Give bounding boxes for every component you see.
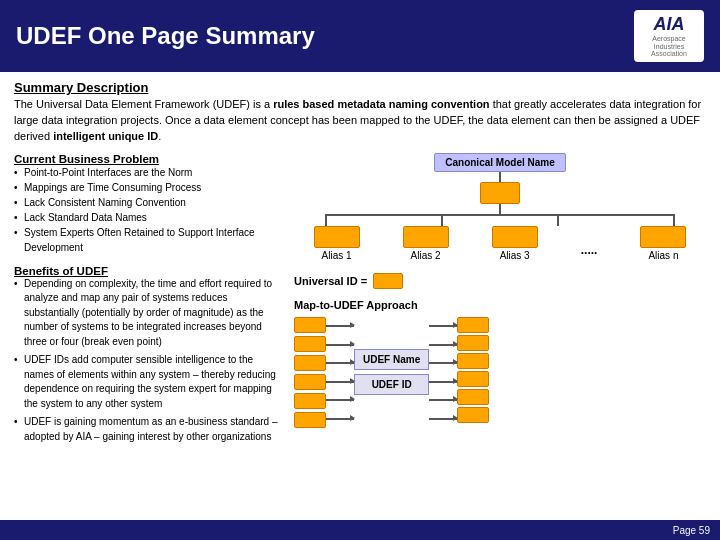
source-box-4 — [294, 374, 326, 390]
canonical-top-box — [480, 182, 520, 204]
alias-item-3: Alias 3 — [492, 226, 538, 261]
left-column: Current Business Problem Point-to-Point … — [14, 153, 284, 512]
summary-paragraph: The Universal Data Element Framework (UD… — [14, 97, 706, 145]
target-box-3 — [457, 353, 489, 369]
source-box-3 — [294, 355, 326, 371]
footer: Page 59 — [0, 520, 720, 540]
target-box-5 — [457, 389, 489, 405]
branch-v3 — [557, 216, 559, 226]
business-problem-list: Point-to-Point Interfaces are the Norm M… — [14, 165, 284, 255]
alias-box-n — [640, 226, 686, 248]
tree-vertical-line2 — [499, 204, 501, 214]
alias-item-1: Alias 1 — [314, 226, 360, 261]
udef-id-box: UDEF ID — [354, 374, 429, 395]
aliases-row: Alias 1 Alias 2 Alias 3 ..... — [294, 226, 706, 261]
list-item: UDEF IDs add computer sensible intellige… — [14, 353, 284, 411]
business-problem-title: Current Business Problem — [14, 153, 284, 165]
right-arrow-5 — [429, 399, 457, 401]
benefits-section: Benefits of UDEF Depending on complexity… — [14, 265, 284, 449]
list-item: UDEF is gaining momentum as an e-busines… — [14, 415, 284, 444]
list-item: Point-to-Point Interfaces are the Norm — [14, 165, 284, 180]
source-box-6 — [294, 412, 326, 428]
alias-box-3 — [492, 226, 538, 248]
right-arrow-3 — [429, 362, 457, 364]
arrow-4 — [326, 381, 354, 383]
target-box-6 — [457, 407, 489, 423]
arrow-lines — [326, 317, 354, 428]
two-col-layout: Current Business Problem Point-to-Point … — [14, 153, 706, 512]
tree-h-bar — [325, 214, 675, 216]
business-problem-section: Current Business Problem Point-to-Point … — [14, 153, 284, 255]
map-to-udef-label: Map-to-UDEF Approach — [294, 299, 706, 311]
logo-area: AIA AerospaceIndustriesAssociation — [634, 10, 704, 62]
source-box-5 — [294, 393, 326, 409]
alias-label-2: Alias 2 — [411, 250, 441, 261]
alias-label-3: Alias 3 — [500, 250, 530, 261]
map-to-udef-section: Map-to-UDEF Approach — [294, 299, 706, 428]
target-box-4 — [457, 371, 489, 387]
alias-box-1 — [314, 226, 360, 248]
branch-v1 — [325, 216, 327, 226]
slide: UDEF One Page Summary AIA AerospaceIndus… — [0, 0, 720, 540]
right-arrow-4 — [429, 381, 457, 383]
right-arrow-6 — [429, 418, 457, 420]
content: Summary Description The Universal Data E… — [0, 72, 720, 520]
udef-name-box: UDEF Name — [354, 349, 429, 370]
list-item: Depending on complexity, the time and ef… — [14, 277, 284, 350]
arrow-5 — [326, 399, 354, 401]
header-title: UDEF One Page Summary — [16, 22, 315, 50]
list-item: Lack Standard Data Names — [14, 210, 284, 225]
source-box-2 — [294, 336, 326, 352]
arrow-3 — [326, 362, 354, 364]
target-boxes — [457, 317, 489, 428]
summary-section: Summary Description The Universal Data E… — [14, 80, 706, 149]
universal-id-row: Universal ID = — [294, 273, 706, 289]
right-arrow-2 — [429, 344, 457, 346]
alias-item-n: Alias n — [640, 226, 686, 261]
list-item: System Experts Often Retained to Support… — [14, 225, 284, 255]
list-item: Lack Consistent Naming Convention — [14, 195, 284, 210]
right-column: Canonical Model Name — [294, 153, 706, 512]
benefits-list: Depending on complexity, the time and ef… — [14, 277, 284, 445]
universal-id-box — [373, 273, 403, 289]
branch-v2 — [441, 216, 443, 226]
summary-title: Summary Description — [14, 80, 706, 95]
universal-id-label: Universal ID = — [294, 275, 367, 287]
logo-sub: AerospaceIndustriesAssociation — [651, 35, 687, 58]
canonical-model-label: Canonical Model Name — [434, 153, 565, 172]
branch-v4 — [673, 216, 675, 226]
alias-label-1: Alias 1 — [322, 250, 352, 261]
list-item: Mappings are Time Consuming Process — [14, 180, 284, 195]
target-box-2 — [457, 335, 489, 351]
logo-text: AIA — [651, 14, 687, 35]
header: UDEF One Page Summary AIA AerospaceIndus… — [0, 0, 720, 72]
source-box-1 — [294, 317, 326, 333]
alias-label-n: Alias n — [648, 250, 678, 261]
map-diagram: UDEF Name UDEF ID — [294, 317, 706, 428]
benefits-title: Benefits of UDEF — [14, 265, 284, 277]
right-arrow-lines — [429, 317, 457, 428]
arrow-2 — [326, 344, 354, 346]
dots-label: ..... — [581, 243, 598, 261]
right-arrow-1 — [429, 325, 457, 327]
arrow-6 — [326, 418, 354, 420]
alias-box-2 — [403, 226, 449, 248]
canonical-diagram: Canonical Model Name — [294, 153, 706, 261]
alias-item-2: Alias 2 — [403, 226, 449, 261]
page-number: Page 59 — [673, 525, 710, 536]
udef-center-boxes: UDEF Name UDEF ID — [354, 317, 429, 428]
target-box-1 — [457, 317, 489, 333]
arrow-1 — [326, 325, 354, 327]
source-boxes — [294, 317, 326, 428]
branch-lines — [325, 216, 675, 226]
tree-vertical-line — [499, 172, 501, 182]
